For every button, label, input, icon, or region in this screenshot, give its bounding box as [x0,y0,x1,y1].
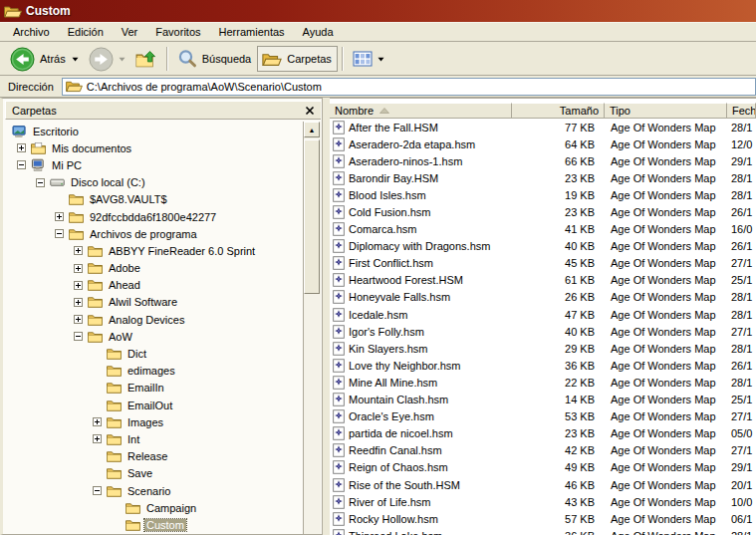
tree-item-analog-devices[interactable]: Analog Devices [6,311,302,328]
tree-item-emailin[interactable]: EmailIn [6,380,302,397]
title-bar[interactable]: Custom [0,0,756,22]
tree-item-label: Custom [144,519,186,531]
file-row-kin-slayers-hsm[interactable]: Kin Slayers.hsm29 KBAge Of Wonders Map28… [330,340,756,357]
tree-item-adobe[interactable]: Adobe [6,260,302,277]
file-size: 26 KB [512,291,605,303]
tree-item-emailout[interactable]: EmailOut [6,397,302,413]
file-row-cold-fusion-hsm[interactable]: Cold Fusion.hsm23 KBAge Of Wonders Map26… [330,203,756,220]
up-button[interactable] [130,46,162,72]
pane-splitter[interactable] [323,98,330,535]
file-row-rise-of-the-south-hsm[interactable]: Rise of the South.HSM46 KBAge Of Wonders… [330,476,756,493]
file-row-igor-s-folly-hsm[interactable]: Igor's Folly.hsm40 KBAge Of Wonders Map2… [330,323,756,340]
file-row-after-the-fall-hsm[interactable]: After the Fall.HSM77 KBAge Of Wonders Ma… [330,119,756,135]
menu-item-herramientas[interactable]: Herramientas [210,23,294,41]
tree-item-label: Ahead [107,279,142,291]
file-row-aseradero-ninos-1-hsm[interactable]: Aseradero-ninos-1.hsm66 KBAge Of Wonders… [330,152,756,169]
menu-item-favoritos[interactable]: Favoritos [146,23,209,41]
expander-plus-icon[interactable] [69,298,88,307]
column-header-tamaño[interactable]: Tamaño [512,103,605,119]
menu-item-edicion[interactable]: Edición [59,23,113,41]
tree-item-aow[interactable]: AoW [6,328,302,345]
file-row-thinreed-lake-hsm[interactable]: Thinreed Lake.hsm36 KBAge Of Wonders Map… [330,527,756,535]
map-file-icon [333,393,345,406]
folders-button[interactable]: Carpetas [257,46,338,72]
file-row-first-conflict-hsm[interactable]: First Conflict.hsm45 KBAge Of Wonders Ma… [330,255,756,272]
file-row-oracle-s-eye-hsm[interactable]: Oracle's Eye.hsm53 KBAge Of Wonders Map2… [330,408,756,425]
tree-item-scenario[interactable]: Scenario [6,482,302,499]
address-input[interactable]: C:\Archivos de programa\AoW\Scenario\Cus… [62,78,756,96]
expander-plus-icon[interactable] [12,143,31,152]
tree-item--avg8-vault-[interactable]: $AVG8.VAULT$ [6,191,302,208]
tree-item-alwil-software[interactable]: Alwil Software [6,294,302,311]
expander-plus-icon[interactable] [69,281,88,290]
expander-minus-icon[interactable] [69,332,88,341]
file-row-river-of-life-hsm[interactable]: River of Life.hsm43 KBAge Of Wonders Map… [330,493,756,510]
file-row-icedale-hsm[interactable]: Icedale.hsm47 KBAge Of Wonders Map28/1 [330,306,756,323]
folder-icon [107,432,126,446]
menu-item-archivo[interactable]: Archivo [4,23,59,41]
file-row-partida-de-nicoel-hsm[interactable]: partida de nicoel.hsm23 KBAge Of Wonders… [330,425,756,442]
tree-item-dict[interactable]: Dict [6,345,302,362]
expander-minus-icon[interactable] [88,486,107,495]
tree-item-campaign[interactable]: Campaign [6,499,302,516]
views-button[interactable] [348,46,389,72]
file-row-heartwood-forest-hsm[interactable]: Heartwood Forest.HSM61 KBAge Of Wonders … [330,272,756,289]
file-row-barondir-bay-hsm[interactable]: Barondir Bay.HSM23 KBAge Of Wonders Map2… [330,169,756,186]
menu-item-ver[interactable]: Ver [113,23,147,41]
tree-item-archivos-de-programa[interactable]: Archivos de programa [6,225,302,242]
expander-plus-icon[interactable] [69,246,88,255]
file-row-rocky-hollow-hsm[interactable]: Rocky Hollow.hsm57 KBAge Of Wonders Map0… [330,510,756,527]
tree-item-partial[interactable] [6,534,302,535]
chevron-down-icon[interactable] [378,57,384,62]
tree-item-escritorio[interactable]: Escritorio [6,123,302,139]
scroll-up-button[interactable]: ▲ [304,122,320,137]
column-header-nombre[interactable]: Nombre [330,103,512,119]
file-row-comarca-hsm[interactable]: Comarca.hsm41 KBAge Of Wonders Map16/0 [330,221,756,238]
file-date: 27/1 [727,326,756,338]
expander-plus-icon[interactable] [69,315,88,324]
tree-item-mis-documentos[interactable]: Mis documentos [6,139,302,156]
file-row-aseradero-2da-etapa-hsm[interactable]: Aseradero-2da etapa.hsm64 KBAge Of Wonde… [330,135,756,152]
tree-item-ahead[interactable]: Ahead [6,277,302,294]
tree-item-save[interactable]: Save [6,465,302,482]
map-file-icon [333,171,345,185]
expander-plus-icon[interactable] [69,264,88,273]
expander-plus-icon[interactable] [88,417,107,426]
column-header-fech[interactable]: Fech [727,103,756,119]
tree-item-92dfccbdda6f1800e42277[interactable]: 92dfccbdda6f1800e42277 [6,208,302,225]
tree-item-mi-pc[interactable]: Mi PC [6,156,302,173]
file-row-mine-all-mine-hsm[interactable]: Mine All Mine.hsm22 KBAge Of Wonders Map… [330,374,756,391]
tree-item-disco-local-c-[interactable]: Disco local (C:) [6,174,302,191]
window-title: Custom [26,4,71,18]
tree-scrollbar[interactable]: ▲ [303,122,321,534]
forward-button[interactable] [84,46,130,72]
chevron-down-icon[interactable] [119,57,126,62]
tree-item-abbyy-finereader-6-0-sprint[interactable]: ABBYY FineReader 6.0 Sprint [6,242,302,259]
column-header-tipo[interactable]: Tipo [605,103,727,119]
search-button[interactable]: Búsqueda [172,46,258,72]
file-name: Aseradero-2da etapa.hsm [349,138,475,150]
file-row-love-thy-neighbor-hsm[interactable]: Love thy Neighbor.hsm36 KBAge Of Wonders… [330,357,756,374]
file-row-honeyvale-falls-hsm[interactable]: Honeyvale Falls.hsm26 KBAge Of Wonders M… [330,289,756,306]
file-row-reedfin-canal-hsm[interactable]: Reedfin Canal.hsm42 KBAge Of Wonders Map… [330,442,756,459]
menu-item-ayuda[interactable]: Ayuda [294,23,343,41]
file-row-reign-of-chaos-hsm[interactable]: Reign of Chaos.hsm49 KBAge Of Wonders Ma… [330,459,756,476]
tree-item-images[interactable]: Images [6,413,302,430]
file-row-blood-isles-hsm[interactable]: Blood Isles.hsm19 KBAge Of Wonders Map28… [330,186,756,203]
tree-item-custom[interactable]: Custom [6,516,302,533]
file-date: 28/1 [727,291,756,303]
chevron-down-icon[interactable] [72,57,79,62]
file-row-diplomacy-with-dragons-hsm[interactable]: Diplomacy with Dragons.hsm40 KBAge Of Wo… [330,238,756,255]
expander-plus-icon[interactable] [88,434,107,443]
back-button[interactable]: Atrás [5,46,84,72]
expander-minus-icon[interactable] [50,229,69,238]
tree-item-release[interactable]: Release [6,448,302,465]
expander-minus-icon[interactable] [31,178,50,187]
close-icon[interactable] [305,106,315,116]
tree-item-edimages[interactable]: edimages [6,363,302,380]
expander-plus-icon[interactable] [50,212,69,221]
file-row-mountain-clash-hsm[interactable]: Mountain Clash.hsm14 KBAge Of Wonders Ma… [330,392,756,408]
scrollbar-thumb[interactable] [304,139,320,294]
tree-item-int[interactable]: Int [6,430,302,447]
expander-minus-icon[interactable] [12,160,31,169]
